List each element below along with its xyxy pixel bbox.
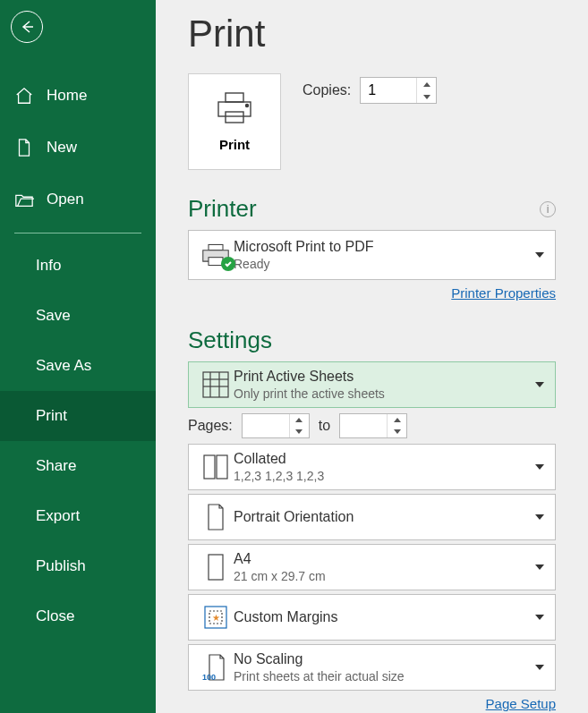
ready-check-icon (221, 257, 235, 271)
page-setup-link[interactable]: Page Setup (486, 696, 556, 711)
printer-dropdown[interactable]: Microsoft Print to PDF Ready (188, 230, 556, 280)
svg-rect-11 (204, 455, 215, 479)
paper-sub: 21 cm x 29.7 cm (234, 569, 533, 583)
sidebar-item-label: New (47, 139, 77, 157)
backstage-sidebar: Home New Open Info Save Save As Print Sh… (0, 0, 156, 713)
sidebar-item-label: Open (47, 191, 84, 208)
sidebar-item-print[interactable]: Print (0, 391, 156, 441)
open-folder-icon (14, 190, 34, 209)
chevron-down-icon (533, 665, 546, 670)
paper-title: A4 (234, 551, 533, 567)
printer-name: Microsoft Print to PDF (234, 239, 533, 255)
pages-to-down[interactable] (388, 426, 406, 437)
pages-label: Pages: (188, 418, 233, 434)
margins-icon: ★ (201, 603, 230, 632)
sidebar-divider (14, 233, 141, 233)
margins-dropdown[interactable]: ★ Custom Margins (188, 594, 556, 641)
orientation-dropdown[interactable]: Portrait Orientation (188, 494, 556, 540)
portrait-icon (201, 503, 230, 531)
sidebar-item-export[interactable]: Export (0, 491, 156, 541)
svg-point-3 (246, 104, 249, 106)
chevron-down-icon (533, 252, 546, 258)
svg-rect-2 (226, 112, 243, 123)
pages-from-up[interactable] (290, 414, 309, 426)
scaling-title: No Scaling (234, 651, 533, 667)
back-button[interactable] (11, 11, 43, 43)
chevron-down-icon (533, 514, 546, 520)
new-file-icon (14, 138, 34, 157)
page-icon (201, 553, 230, 581)
paper-size-dropdown[interactable]: A4 21 cm x 29.7 cm (188, 544, 556, 590)
pages-from-down[interactable] (290, 426, 309, 437)
sidebar-item-share[interactable]: Share (0, 441, 156, 491)
sidebar-item-label: Home (47, 87, 87, 105)
back-arrow-icon (19, 19, 35, 35)
svg-rect-12 (217, 455, 227, 479)
svg-rect-0 (226, 93, 243, 102)
margins-title: Custom Margins (234, 609, 533, 625)
sidebar-item-new[interactable]: New (0, 122, 156, 174)
printer-properties-link[interactable]: Printer Properties (451, 285, 556, 301)
sheets-icon (201, 370, 230, 399)
svg-text:★: ★ (212, 613, 220, 623)
chevron-down-icon (533, 564, 546, 570)
sidebar-item-home[interactable]: Home (0, 70, 156, 122)
collated-icon (201, 453, 230, 481)
svg-rect-4 (209, 244, 223, 250)
scaling-value: 100 (202, 673, 216, 682)
scaling-dropdown[interactable]: 100 No Scaling Print sheets at their act… (188, 644, 556, 691)
print-button[interactable]: Print (188, 73, 281, 170)
printer-info-icon[interactable]: i (540, 201, 556, 217)
copies-down-button[interactable] (417, 90, 436, 103)
sidebar-item-open[interactable]: Open (0, 174, 156, 225)
printer-heading: Printer (188, 195, 257, 223)
print-panel: Print Print Copies: Printer i (156, 0, 588, 713)
svg-rect-13 (209, 555, 223, 580)
copies-up-button[interactable] (417, 78, 436, 90)
sidebar-item-info[interactable]: Info (0, 241, 156, 291)
pages-to-spinner[interactable] (339, 413, 407, 438)
print-range-dropdown[interactable]: Print Active Sheets Only print the activ… (188, 361, 556, 408)
printer-status: Ready (234, 257, 533, 271)
scaling-sub: Print sheets at their actual size (234, 669, 533, 683)
collation-title: Collated (234, 451, 533, 467)
print-button-label: Print (219, 137, 250, 152)
svg-rect-6 (203, 372, 228, 397)
printer-icon (215, 92, 254, 124)
copies-input[interactable] (361, 78, 414, 103)
pages-to-input[interactable] (340, 414, 394, 437)
orientation-title: Portrait Orientation (234, 509, 533, 525)
collation-dropdown[interactable]: Collated 1,2,3 1,2,3 1,2,3 (188, 444, 556, 490)
print-range-sub: Only print the active sheets (234, 386, 533, 401)
copies-spinner[interactable] (360, 77, 437, 104)
sidebar-item-close[interactable]: Close (0, 591, 156, 641)
copies-label: Copies: (303, 82, 351, 98)
settings-heading: Settings (188, 327, 272, 354)
pages-from-input[interactable] (243, 414, 296, 437)
chevron-down-icon (533, 615, 546, 620)
chevron-down-icon (533, 464, 546, 470)
home-icon (14, 86, 34, 106)
chevron-down-icon (533, 382, 546, 387)
print-range-title: Print Active Sheets (234, 369, 533, 385)
pages-to-label: to (319, 418, 330, 434)
sidebar-item-saveas[interactable]: Save As (0, 341, 156, 391)
pages-to-up[interactable] (388, 414, 406, 426)
page-title: Print (188, 13, 556, 55)
collation-sub: 1,2,3 1,2,3 1,2,3 (234, 469, 533, 483)
sidebar-item-publish[interactable]: Publish (0, 541, 156, 591)
sidebar-item-save[interactable]: Save (0, 291, 156, 341)
pages-from-spinner[interactable] (242, 413, 310, 438)
